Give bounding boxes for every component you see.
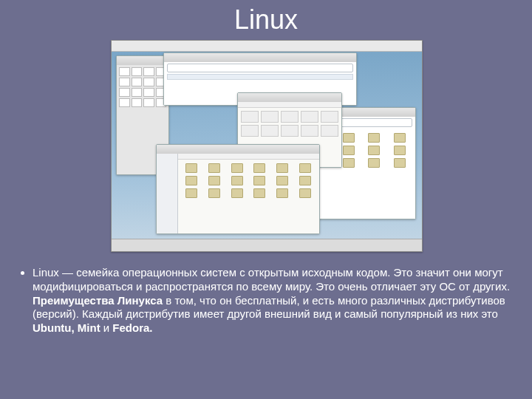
body-text: Linux — семейка операционных систем с от…: [19, 266, 513, 335]
address-bar: [167, 64, 353, 72]
window-body: [157, 154, 319, 233]
file-manager-sidebar: [157, 154, 178, 233]
body-text-bold: Ubuntu, Mint: [33, 321, 100, 334]
page-title: Linux: [0, 4, 532, 35]
gnome-top-panel: [112, 41, 422, 52]
gnome-bottom-panel: [112, 239, 422, 251]
desktop-screenshot-collage: [111, 40, 423, 252]
bullet-item: Linux — семейка операционных систем с от…: [33, 266, 513, 335]
body-text-part: и: [100, 321, 113, 334]
body-text-part: Linux — семейка операционных систем с от…: [33, 266, 510, 293]
file-manager-window: [156, 144, 320, 234]
body-text-bold: Fedora.: [112, 321, 152, 334]
body-text-bold: Преимущества Линукса: [33, 294, 163, 307]
